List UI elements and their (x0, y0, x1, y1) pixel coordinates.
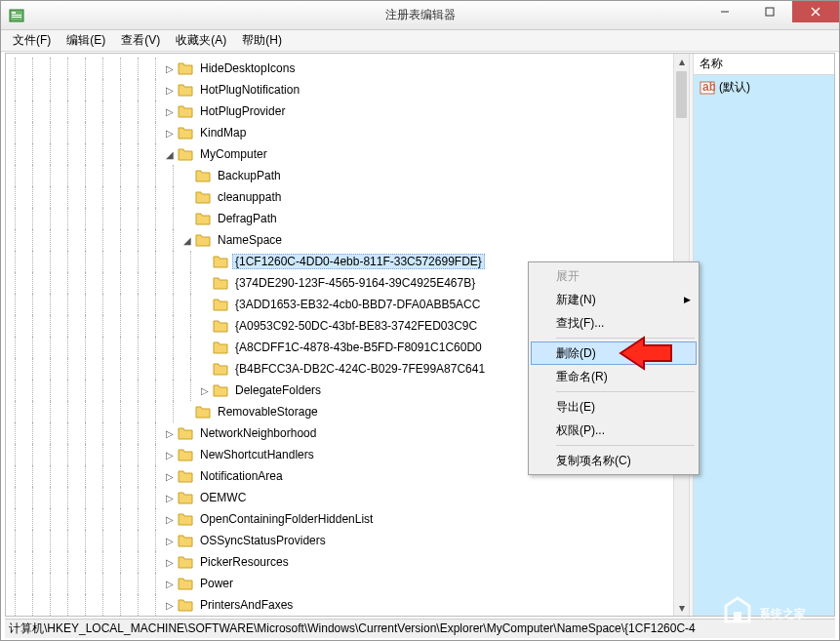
folder-icon (178, 491, 193, 504)
folder-icon (213, 341, 228, 354)
ctx-separator (556, 391, 695, 392)
tree-node-label: OEMWC (197, 490, 249, 505)
expand-icon[interactable]: ▷ (164, 514, 176, 525)
expand-icon[interactable]: ▷ (164, 536, 176, 546)
folder-icon (213, 276, 228, 290)
ctx-export[interactable]: 导出(E) (531, 395, 697, 419)
expand-icon[interactable]: ▷ (199, 385, 211, 396)
window-title: 注册表编辑器 (385, 7, 456, 23)
ctx-expand[interactable]: 展开 (531, 264, 697, 288)
tree-node-label: PrintersAndFaxes (197, 597, 296, 613)
tree-node[interactable]: ▷OSSyncStatusProviders (6, 530, 673, 551)
scroll-down-icon[interactable]: ▾ (674, 600, 689, 616)
tree-node-label: BackupPath (215, 168, 284, 183)
folder-icon (178, 61, 193, 75)
folder-icon (195, 190, 211, 204)
value-name: (默认) (719, 79, 750, 96)
expand-icon[interactable]: ▷ (164, 428, 176, 439)
expand-icon[interactable]: ▷ (164, 557, 176, 568)
tree-node-label: {3ADD1653-EB32-4cb0-BBD7-DFA0ABB5ACC (232, 297, 483, 312)
tree-node-label: cleanuppath (215, 189, 284, 205)
values-pane: 名称 ab (默认) (694, 54, 834, 616)
watermark: 系统之家 (716, 592, 833, 634)
value-row-default[interactable]: ab (默认) (694, 75, 834, 100)
tree-node[interactable]: ▷OEMWC (6, 487, 673, 508)
values-header-name[interactable]: 名称 (694, 54, 834, 75)
string-value-icon: ab (700, 80, 715, 96)
expand-icon[interactable]: ▷ (164, 493, 176, 503)
svg-text:ab: ab (702, 80, 715, 94)
regedit-app-icon (9, 8, 24, 23)
tree-node-label: {374DE290-123F-4565-9164-39C4925E467B} (232, 275, 478, 291)
tree-node-label: DefragPath (215, 211, 280, 226)
tree-node[interactable]: BackupPath (6, 165, 673, 186)
tree-node[interactable]: ▷HotPlugNotification (6, 79, 673, 100)
scroll-up-icon[interactable]: ▴ (674, 54, 689, 69)
minimize-button[interactable] (702, 1, 747, 22)
tree-node-label: HotPlugNotification (197, 82, 302, 98)
folder-icon (178, 83, 193, 97)
menu-view[interactable]: 查看(V) (113, 30, 168, 51)
content-area: ▷HideDesktopIcons▷HotPlugNotification▷Ho… (5, 53, 835, 617)
folder-icon (178, 147, 193, 161)
folder-icon (213, 383, 228, 397)
tree-node[interactable]: ▷HideDesktopIcons (6, 58, 673, 79)
tree-node-label: DelegateFolders (232, 382, 324, 398)
menu-edit[interactable]: 编辑(E) (59, 30, 113, 51)
menu-favorites[interactable]: 收藏夹(A) (168, 30, 234, 51)
expand-icon[interactable]: ▷ (164, 471, 176, 482)
folder-icon (213, 255, 228, 268)
folder-icon (213, 362, 228, 376)
tree-node[interactable]: ◢NameSpace (6, 229, 673, 251)
tree-node[interactable]: ▷HotPlugProvider (6, 100, 673, 122)
ctx-permissions[interactable]: 权限(P)... (531, 419, 697, 442)
svg-rect-5 (766, 8, 774, 16)
maximize-button[interactable] (747, 1, 792, 22)
expand-icon[interactable]: ▷ (164, 600, 176, 611)
tree-node[interactable]: DefragPath (6, 208, 673, 229)
folder-icon (195, 212, 211, 225)
expand-icon[interactable]: ▷ (164, 450, 176, 461)
collapse-icon[interactable]: ◢ (181, 235, 193, 246)
tree-node[interactable]: ◢MyComputer (6, 143, 673, 165)
tree-node-label: PickerResources (197, 554, 292, 570)
status-path: 计算机\HKEY_LOCAL_MACHINE\SOFTWARE\Microsof… (9, 621, 696, 637)
expand-icon[interactable]: ▷ (164, 106, 176, 117)
folder-icon (178, 126, 193, 140)
tree-node[interactable]: ▷KindMap (6, 122, 673, 143)
folder-icon (178, 577, 193, 590)
tree-node-label: NewShortcutHandlers (197, 447, 317, 462)
ctx-copy-key[interactable]: 复制项名称(C) (531, 449, 697, 472)
expand-icon[interactable]: ▷ (164, 85, 176, 96)
tree-node[interactable]: ▷PrintersAndFaxes (6, 594, 673, 616)
tree-node[interactable]: ▷PickerResources (6, 551, 673, 573)
tree-node-label: RemovableStorage (215, 404, 321, 420)
folder-icon (178, 426, 193, 440)
folder-icon (178, 104, 193, 118)
svg-text:系统之家: 系统之家 (758, 607, 806, 621)
menu-file[interactable]: 文件(F) (5, 30, 59, 51)
expand-icon[interactable]: ▷ (164, 128, 176, 139)
tree-node-label: HideDesktopIcons (197, 60, 298, 76)
close-button[interactable] (792, 1, 839, 22)
expand-icon[interactable]: ▷ (164, 63, 176, 74)
folder-icon (178, 512, 193, 526)
tree-node-label: Power (197, 576, 236, 591)
folder-icon (213, 319, 228, 333)
tree-node-label: OpenContainingFolderHiddenList (197, 511, 376, 527)
submenu-arrow-icon: ▶ (684, 295, 691, 304)
expand-icon[interactable]: ▷ (164, 579, 176, 589)
ctx-find[interactable]: 查找(F)... (531, 311, 697, 335)
collapse-icon[interactable]: ◢ (164, 149, 176, 160)
scroll-thumb[interactable] (676, 71, 687, 118)
svg-rect-3 (12, 17, 21, 18)
tree-node[interactable]: ▷Power (6, 573, 673, 594)
tree-node-label: NotificationArea (197, 468, 286, 484)
menu-help[interactable]: 帮助(H) (234, 30, 290, 51)
ctx-separator (556, 445, 695, 446)
tree-node[interactable]: ▷OpenContainingFolderHiddenList (6, 508, 673, 530)
ctx-new[interactable]: 新建(N)▶ (531, 288, 697, 311)
svg-rect-2 (12, 15, 21, 16)
tree-node-label: NetworkNeighborhood (197, 425, 319, 441)
tree-node[interactable]: cleanuppath (6, 186, 673, 208)
